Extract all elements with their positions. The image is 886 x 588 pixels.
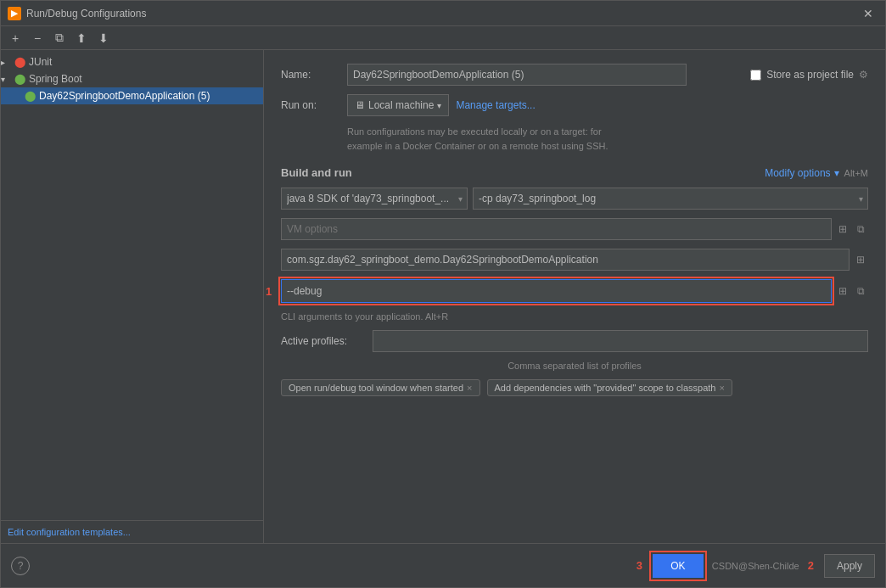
name-row: Name: Store as project file ⚙ [281,64,868,86]
active-profiles-row: Active profiles: [281,330,868,352]
run-hint: Run configurations may be executed local… [281,125,868,153]
sdk-cp-row: java 8 SDK of 'day73_springboot_... -cp … [281,188,868,210]
machine-icon: 🖥 [355,99,365,111]
help-button[interactable]: ? [11,557,30,575]
vm-options-window-icon[interactable]: ⧉ [854,221,868,237]
store-project-label: Store as project file [766,69,854,81]
name-input[interactable] [347,64,687,86]
run-debug-dialog: ▶ Run/Debug Configurations ✕ + − ⧉ ⬆ ⬇ ▸ [0,0,886,588]
junit-label: JUnit [29,56,52,68]
dialog-icon: ▶ [8,7,21,20]
local-machine-text: Local machine [368,99,434,111]
cp-select[interactable]: -cp day73_springboot_log [473,188,868,210]
name-form-row: Name: [281,64,687,86]
main-class-row: ⊞ [281,249,868,271]
dropdown-arrow-icon: ▾ [437,101,441,110]
csdn-watermark: CSDN@Shen-Childe [712,561,799,571]
edit-templates-link[interactable]: Edit configuration templates... [8,527,131,537]
add-config-button[interactable]: + [6,29,25,48]
main-content: ▸ ⬤ JUnit ▾ ⬤ Spring Boot ⬤ Day62Springb… [1,50,885,543]
tag-dependencies: Add dependencies with "provided" scope t… [487,379,732,396]
main-class-input[interactable] [281,249,850,271]
springboot-label: Spring Boot [29,73,82,85]
build-run-title: Build and run [281,166,352,179]
modify-options-label: Modify options [765,167,830,179]
vm-options-expand-icon[interactable]: ⊞ [835,221,850,237]
close-button[interactable]: ✕ [858,5,878,22]
run-on-row: Run on: 🖥 Local machine ▾ Manage targets… [281,94,868,116]
tag-dependencies-close[interactable]: × [720,383,725,393]
copy-config-button[interactable]: ⧉ [50,29,69,48]
bottom-actions: 3 OK CSDN@Shen-Childe 2 Apply [636,554,875,578]
title-bar: ▶ Run/Debug Configurations ✕ [1,1,885,26]
bottom-bar: ? 3 OK CSDN@Shen-Childe 2 Apply [1,543,885,587]
run-on-label: Run on: [281,99,340,111]
sidebar: ▸ ⬤ JUnit ▾ ⬤ Spring Boot ⬤ Day62Springb… [1,50,264,543]
cli-args-container: 1 ⊞ ⧉ [281,279,868,303]
remove-config-button[interactable]: − [28,29,47,48]
modify-options-button[interactable]: Modify options ▾ [765,167,838,179]
springboot-child-icon: ⬤ [25,90,36,102]
sidebar-item-springboot-child[interactable]: ⬤ Day62SpringbootDemoApplication (5) [1,87,263,104]
junit-arrow: ▸ [1,58,11,67]
springboot-child-label: Day62SpringbootDemoApplication (5) [39,90,210,102]
store-settings-icon[interactable]: ⚙ [859,69,868,81]
cp-dropdown-wrapper: -cp day73_springboot_log [473,188,868,210]
config-panel: Name: Store as project file ⚙ Run on: 🖥 … [264,50,885,543]
profiles-hint: Comma separated list of profiles [281,361,868,371]
tag-open-window: Open run/debug tool window when started … [281,379,480,396]
vm-options-input[interactable] [281,218,832,240]
cli-args-row: 1 ⊞ ⧉ [281,279,868,303]
springboot-icon: ⬤ [14,73,25,85]
sdk-select[interactable]: java 8 SDK of 'day73_springboot_... [281,188,468,210]
sidebar-footer: Edit configuration templates... [1,520,263,543]
move-up-button[interactable]: ⬆ [72,29,91,48]
vm-options-row: ⊞ ⧉ [281,218,868,240]
annotation-1: 1 [266,285,272,298]
junit-icon: ⬤ [14,56,25,68]
sdk-dropdown-wrapper: java 8 SDK of 'day73_springboot_... [281,188,468,210]
move-down-button[interactable]: ⬇ [94,29,113,48]
apply-button[interactable]: Apply [824,554,875,578]
tag-dependencies-label: Add dependencies with "provided" scope t… [495,383,716,393]
modify-chevron-icon: ▾ [834,167,839,179]
active-profiles-input[interactable] [373,330,868,352]
active-profiles-label: Active profiles: [281,335,366,347]
tag-open-window-label: Open run/debug tool window when started [289,383,463,393]
store-project-checkbox[interactable] [750,70,761,81]
store-project-row: Store as project file ⚙ [750,69,868,81]
cli-args-input[interactable] [281,279,832,303]
annotation-3: 3 [636,559,642,572]
tag-open-window-close[interactable]: × [467,383,472,393]
ok-button[interactable]: OK [653,554,704,578]
cli-args-expand-icon[interactable]: ⊞ [835,283,850,299]
name-label: Name: [281,69,340,81]
sidebar-item-springboot[interactable]: ▾ ⬤ Spring Boot [1,70,263,87]
sidebar-item-junit[interactable]: ▸ ⬤ JUnit [1,53,263,70]
build-run-header: Build and run Modify options ▾ Alt+M [281,166,868,179]
annotation-2: 2 [808,559,814,572]
config-tree: ▸ ⬤ JUnit ▾ ⬤ Spring Boot ⬤ Day62Springb… [1,50,263,520]
springboot-arrow: ▾ [1,75,11,84]
main-class-expand-icon[interactable]: ⊞ [853,252,868,267]
tags-row: Open run/debug tool window when started … [281,379,868,396]
manage-targets-link[interactable]: Manage targets... [456,99,535,111]
cli-args-window-icon[interactable]: ⧉ [854,283,868,299]
modify-shortcut: Alt+M [844,168,868,178]
toolbar: + − ⧉ ⬆ ⬇ [1,26,885,50]
local-machine-dropdown[interactable]: 🖥 Local machine ▾ [347,94,449,116]
cli-hint: CLI arguments to your application. Alt+R [281,311,868,322]
dialog-title: Run/Debug Configurations [26,8,858,20]
